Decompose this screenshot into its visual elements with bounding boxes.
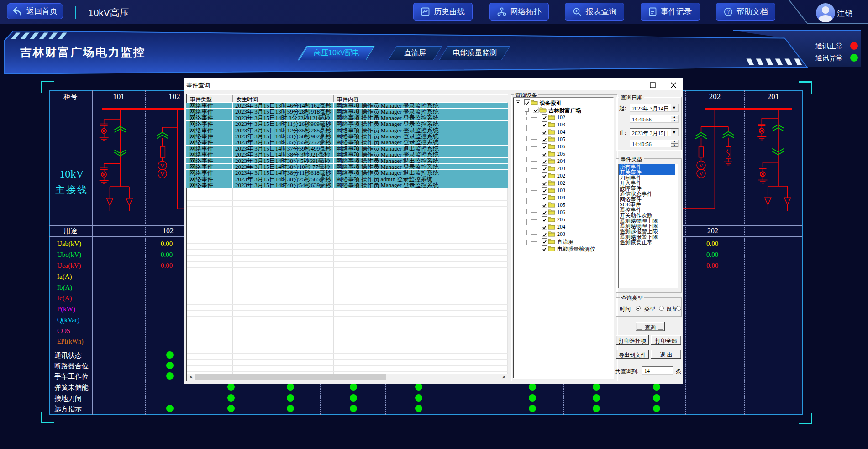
svg-text:V: V (699, 162, 704, 169)
svg-text:V: V (160, 171, 165, 178)
svg-text:V: V (699, 170, 704, 177)
svg-text:V: V (160, 162, 165, 169)
